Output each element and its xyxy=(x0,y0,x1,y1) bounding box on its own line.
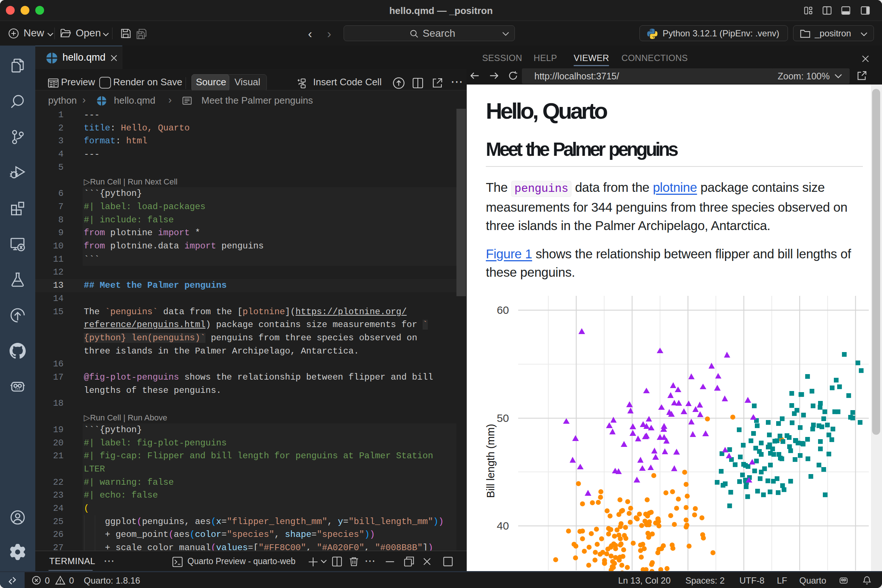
svg-text:50: 50 xyxy=(497,412,509,424)
svg-text:Bill length (mm): Bill length (mm) xyxy=(485,424,496,498)
svg-text:60: 60 xyxy=(497,304,509,316)
svg-text:40: 40 xyxy=(497,520,509,532)
